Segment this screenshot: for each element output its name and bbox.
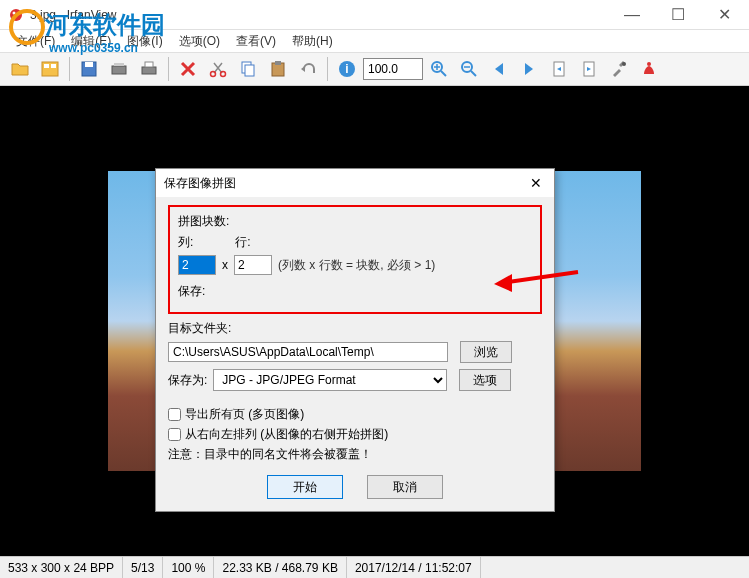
dialog-close-button[interactable]: ✕ xyxy=(526,175,546,191)
columns-label: 列: xyxy=(178,234,193,251)
menu-help[interactable]: 帮助(H) xyxy=(284,31,341,52)
separator xyxy=(168,57,169,81)
export-all-checkbox-row[interactable]: 导出所有页 (多页图像) xyxy=(168,406,542,423)
settings-button[interactable] xyxy=(605,55,633,83)
menu-image[interactable]: 图像(I) xyxy=(119,31,170,52)
toolbar: i xyxy=(0,52,749,86)
annotation-highlight-box: 拼图块数: 列: 行: x (列数 x 行数 = 块数, 必须 > 1) 保存: xyxy=(168,205,542,314)
save-group-label: 保存: xyxy=(178,283,532,300)
status-datetime: 2017/12/14 / 11:52:07 xyxy=(347,557,481,578)
save-panorama-dialog: 保存图像拼图 ✕ 拼图块数: 列: 行: x (列数 x 行数 = 块数, 必须… xyxy=(155,168,555,512)
rtl-checkbox[interactable] xyxy=(168,428,181,441)
svg-rect-9 xyxy=(142,67,156,74)
rows-label: 行: xyxy=(235,234,250,251)
target-folder-input[interactable] xyxy=(168,342,448,362)
save-button[interactable] xyxy=(75,55,103,83)
svg-point-24 xyxy=(647,62,651,66)
zoom-input[interactable] xyxy=(363,58,423,80)
statusbar: 533 x 300 x 24 BPP 5/13 100 % 22.33 KB /… xyxy=(0,556,749,578)
svg-rect-16 xyxy=(275,61,281,65)
svg-rect-4 xyxy=(51,64,56,68)
status-page: 5/13 xyxy=(123,557,163,578)
svg-rect-14 xyxy=(245,65,254,76)
rtl-label: 从右向左排列 (从图像的右侧开始拼图) xyxy=(185,426,388,443)
status-dimensions: 533 x 300 x 24 BPP xyxy=(0,557,123,578)
svg-point-11 xyxy=(211,72,216,77)
maximize-button[interactable]: ☐ xyxy=(655,0,701,30)
zoom-in-button[interactable] xyxy=(425,55,453,83)
cancel-button[interactable]: 取消 xyxy=(367,475,443,499)
export-all-checkbox[interactable] xyxy=(168,408,181,421)
browse-button[interactable]: 浏览 xyxy=(460,341,512,363)
rows-input[interactable] xyxy=(234,255,272,275)
svg-rect-7 xyxy=(112,66,126,74)
separator xyxy=(327,57,328,81)
titlebar: 3.jpg - IrfanView — ☐ ✕ xyxy=(0,0,749,30)
menu-file[interactable]: 文件(F) xyxy=(8,31,63,52)
status-filesize: 22.33 KB / 468.79 KB xyxy=(214,557,346,578)
overwrite-warning: 注意：目录中的同名文件将会被覆盖！ xyxy=(168,446,542,463)
dialog-title: 保存图像拼图 xyxy=(164,175,236,192)
open-button[interactable] xyxy=(6,55,34,83)
svg-rect-6 xyxy=(85,62,93,67)
close-window-button[interactable]: ✕ xyxy=(701,0,747,30)
menubar: 文件(F) 编辑(E) 图像(I) 选项(O) 查看(V) 帮助(H) xyxy=(0,30,749,52)
window-title: 3.jpg - IrfanView xyxy=(30,8,609,22)
separator xyxy=(69,57,70,81)
rtl-checkbox-row[interactable]: 从右向左排列 (从图像的右侧开始拼图) xyxy=(168,426,542,443)
undo-button[interactable] xyxy=(294,55,322,83)
svg-point-23 xyxy=(622,62,626,66)
info-button[interactable]: i xyxy=(333,55,361,83)
prev-page-button[interactable] xyxy=(545,55,573,83)
format-select[interactable]: JPG - JPG/JPEG Format xyxy=(213,369,447,391)
paste-button[interactable] xyxy=(264,55,292,83)
app-icon xyxy=(8,7,24,23)
copy-button[interactable] xyxy=(234,55,262,83)
svg-rect-3 xyxy=(44,64,49,68)
menu-view[interactable]: 查看(V) xyxy=(228,31,284,52)
columns-input[interactable] xyxy=(178,255,216,275)
multiply-label: x xyxy=(222,258,228,272)
svg-rect-10 xyxy=(145,62,153,67)
next-page-button[interactable] xyxy=(575,55,603,83)
options-button[interactable]: 选项 xyxy=(459,369,511,391)
delete-button[interactable] xyxy=(174,55,202,83)
status-zoom: 100 % xyxy=(163,557,214,578)
svg-point-12 xyxy=(221,72,226,77)
thumbnails-button[interactable] xyxy=(36,55,64,83)
prev-button[interactable] xyxy=(485,55,513,83)
saveas-label: 保存为: xyxy=(168,372,207,389)
cut-button[interactable] xyxy=(204,55,232,83)
next-button[interactable] xyxy=(515,55,543,83)
svg-point-1 xyxy=(13,11,16,14)
app-icon-button[interactable] xyxy=(635,55,663,83)
scan-button[interactable] xyxy=(105,55,133,83)
blocks-hint: (列数 x 行数 = 块数, 必须 > 1) xyxy=(278,257,435,274)
zoom-out-button[interactable] xyxy=(455,55,483,83)
svg-point-0 xyxy=(10,9,22,21)
export-all-label: 导出所有页 (多页图像) xyxy=(185,406,304,423)
target-folder-label: 目标文件夹: xyxy=(168,320,542,337)
blocks-group-label: 拼图块数: xyxy=(178,213,532,230)
start-button[interactable]: 开始 xyxy=(267,475,343,499)
menu-edit[interactable]: 编辑(E) xyxy=(63,31,119,52)
dialog-titlebar: 保存图像拼图 ✕ xyxy=(156,169,554,197)
menu-options[interactable]: 选项(O) xyxy=(171,31,228,52)
svg-text:i: i xyxy=(345,62,348,76)
print-button[interactable] xyxy=(135,55,163,83)
minimize-button[interactable]: — xyxy=(609,0,655,30)
svg-rect-8 xyxy=(114,63,124,66)
